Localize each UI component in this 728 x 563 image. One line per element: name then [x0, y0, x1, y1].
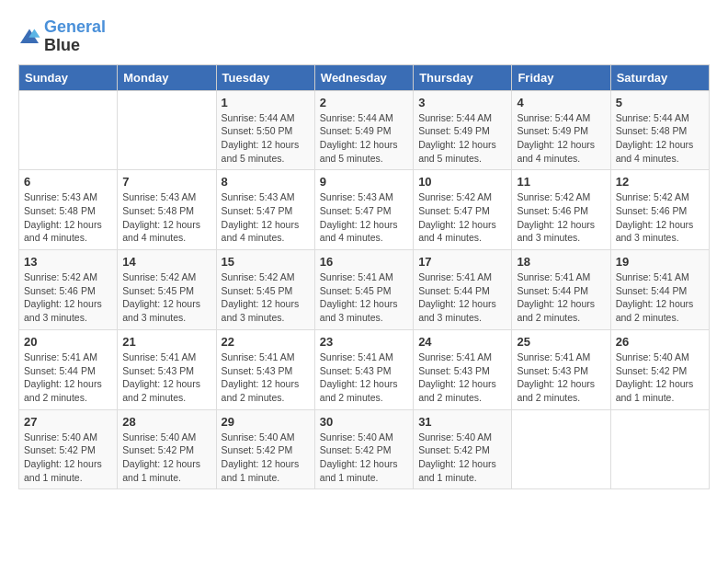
- calendar-cell: 21Sunrise: 5:41 AMSunset: 5:43 PMDayligh…: [118, 329, 216, 409]
- day-number: 14: [122, 255, 210, 269]
- day-info: Sunrise: 5:44 AMSunset: 5:49 PMDaylight:…: [418, 111, 506, 166]
- day-number: 9: [320, 175, 408, 189]
- calendar-cell: [118, 90, 216, 170]
- calendar-week-row: 1Sunrise: 5:44 AMSunset: 5:50 PMDaylight…: [19, 90, 710, 170]
- calendar-cell: 23Sunrise: 5:41 AMSunset: 5:43 PMDayligh…: [314, 329, 413, 409]
- day-number: 8: [222, 175, 310, 189]
- day-number: 1: [222, 96, 310, 109]
- day-info: Sunrise: 5:41 AMSunset: 5:43 PMDaylight:…: [222, 350, 310, 405]
- day-number: 27: [24, 415, 112, 429]
- calendar-week-row: 20Sunrise: 5:41 AMSunset: 5:44 PMDayligh…: [19, 329, 710, 409]
- day-info: Sunrise: 5:41 AMSunset: 5:44 PMDaylight:…: [616, 270, 704, 325]
- day-info: Sunrise: 5:40 AMSunset: 5:42 PMDaylight:…: [222, 431, 310, 485]
- day-number: 2: [320, 96, 408, 109]
- day-number: 16: [320, 255, 408, 269]
- day-info: Sunrise: 5:40 AMSunset: 5:42 PMDaylight:…: [320, 431, 408, 485]
- calendar-cell: 4Sunrise: 5:44 AMSunset: 5:49 PMDaylight…: [512, 90, 610, 170]
- weekday-header: Saturday: [610, 64, 709, 90]
- weekday-header: Wednesday: [314, 64, 413, 90]
- day-number: 28: [122, 415, 210, 429]
- calendar-cell: 19Sunrise: 5:41 AMSunset: 5:44 PMDayligh…: [610, 250, 709, 330]
- day-info: Sunrise: 5:42 AMSunset: 5:46 PMDaylight:…: [517, 190, 605, 245]
- day-info: Sunrise: 5:43 AMSunset: 5:48 PMDaylight:…: [122, 190, 210, 245]
- day-number: 23: [320, 335, 408, 349]
- calendar-cell: 25Sunrise: 5:41 AMSunset: 5:43 PMDayligh…: [512, 329, 610, 409]
- day-info: Sunrise: 5:43 AMSunset: 5:47 PMDaylight:…: [320, 190, 408, 245]
- day-info: Sunrise: 5:41 AMSunset: 5:43 PMDaylight:…: [320, 350, 408, 405]
- day-number: 7: [122, 175, 210, 189]
- day-number: 31: [418, 415, 506, 429]
- weekday-header: Monday: [118, 64, 216, 90]
- calendar-cell: 27Sunrise: 5:40 AMSunset: 5:42 PMDayligh…: [19, 409, 118, 489]
- day-info: Sunrise: 5:43 AMSunset: 5:47 PMDaylight:…: [222, 190, 310, 245]
- day-number: 18: [517, 255, 605, 269]
- calendar-cell: 28Sunrise: 5:40 AMSunset: 5:42 PMDayligh…: [118, 409, 216, 489]
- day-info: Sunrise: 5:44 AMSunset: 5:49 PMDaylight:…: [517, 111, 605, 166]
- weekday-header: Tuesday: [216, 64, 314, 90]
- day-info: Sunrise: 5:40 AMSunset: 5:42 PMDaylight:…: [122, 431, 210, 485]
- calendar-header-row: SundayMondayTuesdayWednesdayThursdayFrid…: [19, 64, 710, 90]
- day-info: Sunrise: 5:40 AMSunset: 5:42 PMDaylight:…: [24, 431, 112, 485]
- day-info: Sunrise: 5:44 AMSunset: 5:48 PMDaylight:…: [616, 111, 704, 166]
- day-number: 22: [222, 335, 310, 349]
- calendar-cell: 22Sunrise: 5:41 AMSunset: 5:43 PMDayligh…: [216, 329, 314, 409]
- calendar-cell: 5Sunrise: 5:44 AMSunset: 5:48 PMDaylight…: [610, 90, 709, 170]
- day-info: Sunrise: 5:40 AMSunset: 5:42 PMDaylight:…: [616, 350, 704, 405]
- day-number: 29: [222, 415, 310, 429]
- day-number: 6: [24, 175, 112, 189]
- calendar-cell: 3Sunrise: 5:44 AMSunset: 5:49 PMDaylight…: [414, 90, 512, 170]
- calendar-cell: 18Sunrise: 5:41 AMSunset: 5:44 PMDayligh…: [512, 250, 610, 330]
- calendar-cell: 26Sunrise: 5:40 AMSunset: 5:42 PMDayligh…: [610, 329, 709, 409]
- calendar-cell: 14Sunrise: 5:42 AMSunset: 5:45 PMDayligh…: [118, 250, 216, 330]
- weekday-header: Friday: [512, 64, 610, 90]
- day-number: 17: [418, 255, 506, 269]
- calendar-table: SundayMondayTuesdayWednesdayThursdayFrid…: [18, 64, 710, 490]
- day-number: 5: [616, 96, 704, 109]
- day-number: 3: [418, 96, 506, 109]
- day-number: 19: [616, 255, 704, 269]
- day-number: 10: [418, 175, 506, 189]
- day-info: Sunrise: 5:41 AMSunset: 5:45 PMDaylight:…: [320, 270, 408, 325]
- day-number: 12: [616, 175, 704, 189]
- day-info: Sunrise: 5:42 AMSunset: 5:46 PMDaylight:…: [24, 270, 112, 325]
- calendar-week-row: 6Sunrise: 5:43 AMSunset: 5:48 PMDaylight…: [19, 170, 710, 250]
- day-number: 20: [24, 335, 112, 349]
- day-info: Sunrise: 5:41 AMSunset: 5:43 PMDaylight:…: [418, 350, 506, 405]
- day-info: Sunrise: 5:42 AMSunset: 5:45 PMDaylight:…: [222, 270, 310, 325]
- logo-icon: [18, 28, 40, 46]
- day-info: Sunrise: 5:41 AMSunset: 5:43 PMDaylight:…: [122, 350, 210, 405]
- calendar-cell: 15Sunrise: 5:42 AMSunset: 5:45 PMDayligh…: [216, 250, 314, 330]
- calendar-cell: [512, 409, 610, 489]
- logo: General Blue: [18, 18, 106, 55]
- weekday-header: Sunday: [19, 64, 118, 90]
- calendar-cell: [19, 90, 118, 170]
- day-info: Sunrise: 5:41 AMSunset: 5:44 PMDaylight:…: [24, 350, 112, 405]
- day-number: 15: [222, 255, 310, 269]
- calendar-cell: 24Sunrise: 5:41 AMSunset: 5:43 PMDayligh…: [414, 329, 512, 409]
- day-number: 24: [418, 335, 506, 349]
- calendar-cell: 9Sunrise: 5:43 AMSunset: 5:47 PMDaylight…: [314, 170, 413, 250]
- day-info: Sunrise: 5:42 AMSunset: 5:47 PMDaylight:…: [418, 190, 506, 245]
- day-info: Sunrise: 5:41 AMSunset: 5:43 PMDaylight:…: [517, 350, 605, 405]
- day-info: Sunrise: 5:43 AMSunset: 5:48 PMDaylight:…: [24, 190, 112, 245]
- day-info: Sunrise: 5:41 AMSunset: 5:44 PMDaylight:…: [517, 270, 605, 325]
- day-info: Sunrise: 5:40 AMSunset: 5:42 PMDaylight:…: [418, 431, 506, 485]
- page-header: General Blue: [18, 18, 710, 55]
- calendar-cell: 7Sunrise: 5:43 AMSunset: 5:48 PMDaylight…: [118, 170, 216, 250]
- day-number: 30: [320, 415, 408, 429]
- calendar-cell: 2Sunrise: 5:44 AMSunset: 5:49 PMDaylight…: [314, 90, 413, 170]
- weekday-header: Thursday: [414, 64, 512, 90]
- calendar-cell: 13Sunrise: 5:42 AMSunset: 5:46 PMDayligh…: [19, 250, 118, 330]
- calendar-cell: 1Sunrise: 5:44 AMSunset: 5:50 PMDaylight…: [216, 90, 314, 170]
- calendar-cell: 30Sunrise: 5:40 AMSunset: 5:42 PMDayligh…: [314, 409, 413, 489]
- day-number: 11: [517, 175, 605, 189]
- calendar-cell: 29Sunrise: 5:40 AMSunset: 5:42 PMDayligh…: [216, 409, 314, 489]
- calendar-cell: 16Sunrise: 5:41 AMSunset: 5:45 PMDayligh…: [314, 250, 413, 330]
- day-info: Sunrise: 5:41 AMSunset: 5:44 PMDaylight:…: [418, 270, 506, 325]
- calendar-cell: 10Sunrise: 5:42 AMSunset: 5:47 PMDayligh…: [414, 170, 512, 250]
- logo-text: General Blue: [44, 18, 106, 55]
- calendar-cell: [610, 409, 709, 489]
- day-info: Sunrise: 5:42 AMSunset: 5:45 PMDaylight:…: [122, 270, 210, 325]
- day-number: 21: [122, 335, 210, 349]
- calendar-cell: 31Sunrise: 5:40 AMSunset: 5:42 PMDayligh…: [414, 409, 512, 489]
